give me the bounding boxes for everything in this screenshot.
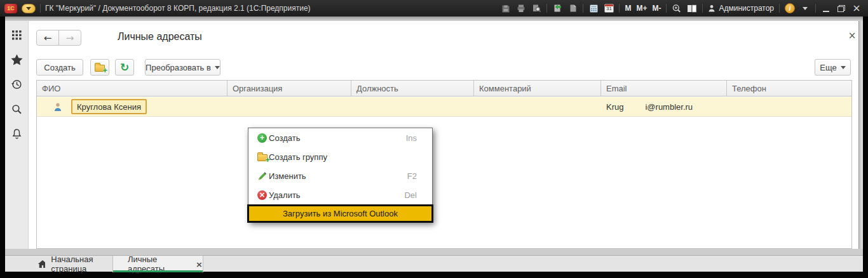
sidebar-item-notifications[interactable] bbox=[10, 128, 24, 140]
user-icon bbox=[708, 4, 715, 12]
print-preview-button[interactable] bbox=[531, 3, 541, 14]
close-window-button[interactable]: × bbox=[851, 3, 862, 14]
window-right-shading bbox=[858, 21, 863, 249]
menu-item-label: Создать группу bbox=[269, 152, 417, 162]
folder-plus-icon: + bbox=[95, 65, 105, 72]
user-button[interactable]: Администратор bbox=[708, 3, 774, 14]
titlebar-left: 1С ГК "Меркурий" / Документооборот 8 КОР… bbox=[0, 4, 311, 13]
calculator-icon bbox=[589, 4, 599, 13]
delete-circle-icon: × bbox=[257, 190, 267, 200]
more-label: Еще bbox=[820, 63, 836, 72]
search-icon bbox=[11, 104, 22, 115]
chevron-down-icon bbox=[215, 66, 220, 69]
sidebar-item-favorites[interactable] bbox=[10, 54, 24, 65]
tab-personal-addressees[interactable]: Личные адресаты × bbox=[112, 256, 203, 272]
icon-wrap: × bbox=[248, 190, 269, 200]
window-title: ГК "Меркурий" / Документооборот 8 КОРП, … bbox=[45, 4, 311, 13]
column-header-phone[interactable]: Телефон bbox=[727, 81, 851, 96]
calendar-button[interactable]: 31 bbox=[604, 3, 614, 14]
folder-plus-icon: + bbox=[257, 154, 268, 161]
sidebar-item-search[interactable] bbox=[10, 103, 24, 115]
refresh-button[interactable]: ↻ bbox=[115, 59, 134, 76]
document-button[interactable] bbox=[567, 3, 578, 14]
plus-circle-icon: + bbox=[257, 133, 267, 143]
create-button[interactable]: Создать bbox=[36, 59, 83, 76]
menu-item-label: Удалить bbox=[269, 190, 404, 200]
zoom-icon bbox=[672, 4, 682, 13]
email-visible-end: i@rumbler.ru bbox=[645, 102, 693, 112]
page-title: Личные адресаты bbox=[118, 31, 202, 43]
main-menu-button[interactable] bbox=[22, 4, 36, 13]
menu-item-shortcut: F2 bbox=[407, 171, 432, 181]
menu-item-edit[interactable]: Изменить F2 bbox=[248, 166, 432, 185]
tool-sidebar bbox=[5, 21, 29, 249]
convert-to-button[interactable]: Преобразовать в bbox=[145, 59, 220, 76]
create-group-button[interactable]: + bbox=[90, 59, 109, 76]
divider bbox=[40, 4, 41, 13]
titlebar-right: 31 M M+ M- Администратор i × bbox=[501, 3, 868, 14]
save-icon bbox=[501, 4, 510, 13]
memory-m-minus-button[interactable]: M- bbox=[652, 4, 661, 13]
tab-close-icon[interactable]: × bbox=[196, 260, 203, 269]
app-window: 1С ГК "Меркурий" / Документооборот 8 КОР… bbox=[0, 0, 868, 278]
divider bbox=[546, 4, 547, 13]
chevron-down-icon bbox=[803, 7, 808, 10]
info-icon: i bbox=[785, 3, 795, 13]
fio-cell-selected[interactable]: Круглова Ксения bbox=[71, 99, 147, 114]
memory-m-plus-button[interactable]: M+ bbox=[636, 4, 647, 13]
star-icon bbox=[11, 54, 23, 65]
menu-item-create-group[interactable]: + Создать группу bbox=[248, 147, 432, 166]
plus-glyph: + bbox=[102, 65, 107, 75]
minimize-icon bbox=[823, 11, 829, 12]
tab-label: Личные адресаты bbox=[128, 255, 190, 274]
history-clock-icon bbox=[11, 79, 22, 90]
split-window-button[interactable] bbox=[687, 3, 697, 14]
print-preview-icon bbox=[532, 4, 541, 13]
print-button[interactable] bbox=[516, 3, 526, 14]
window-top-shading bbox=[5, 17, 863, 21]
sidebar-item-history[interactable] bbox=[10, 79, 24, 90]
close-form-button[interactable]: × bbox=[846, 29, 858, 42]
forward-button[interactable]: → bbox=[58, 30, 81, 46]
plus-glyph: + bbox=[265, 155, 270, 164]
column-header-comment[interactable]: Комментарий bbox=[474, 81, 601, 96]
data-exchange-button[interactable] bbox=[552, 3, 562, 14]
menu-item-delete[interactable]: × Удалить Del bbox=[248, 185, 432, 204]
sidebar-item-menu[interactable] bbox=[10, 29, 24, 41]
create-button-label: Создать bbox=[44, 63, 75, 72]
home-icon bbox=[37, 260, 45, 268]
calendar-day-label: 31 bbox=[605, 6, 613, 12]
info-menu-button[interactable] bbox=[800, 3, 810, 14]
divider bbox=[619, 4, 620, 13]
column-header-fio[interactable]: ФИО bbox=[37, 81, 227, 96]
person-icon bbox=[53, 102, 62, 114]
save-button[interactable] bbox=[501, 3, 511, 14]
chevron-down-icon bbox=[26, 7, 31, 10]
titlebar: 1С ГК "Меркурий" / Документооборот 8 КОР… bbox=[0, 0, 868, 17]
column-header-organization[interactable]: Организация bbox=[227, 81, 351, 96]
tab-label: Начальная страница bbox=[51, 255, 112, 274]
email-cell[interactable]: Krug i@rumbler.ru bbox=[606, 97, 693, 116]
divider bbox=[583, 4, 583, 13]
tab-home-page[interactable]: Начальная страница bbox=[29, 256, 112, 272]
table-row[interactable]: Круглова Ксения Krug i@rumbler.ru bbox=[37, 97, 851, 117]
menu-item-shortcut: Del bbox=[404, 190, 432, 200]
calculator-button[interactable] bbox=[588, 3, 599, 14]
column-header-email[interactable]: Email bbox=[601, 81, 727, 96]
user-name-label: Администратор bbox=[719, 4, 774, 13]
restore-button[interactable] bbox=[836, 3, 846, 14]
pencil-icon bbox=[257, 171, 267, 181]
menu-item-label: Изменить bbox=[269, 171, 407, 181]
menu-item-load-from-outlook[interactable]: Загрузить из Microsoft Outlook bbox=[247, 204, 433, 223]
more-button[interactable]: Еще bbox=[815, 59, 851, 76]
back-button[interactable]: ← bbox=[36, 30, 59, 46]
zoom-button[interactable] bbox=[672, 3, 682, 14]
info-button[interactable]: i bbox=[785, 3, 795, 14]
menu-item-create[interactable]: + Создать Ins bbox=[248, 128, 432, 147]
divider bbox=[815, 4, 816, 13]
divider bbox=[702, 4, 703, 13]
memory-m-button[interactable]: M bbox=[625, 4, 631, 13]
column-header-position[interactable]: Должность bbox=[351, 81, 474, 96]
minimize-button[interactable] bbox=[821, 3, 831, 14]
icon-wrap: + bbox=[248, 152, 269, 161]
